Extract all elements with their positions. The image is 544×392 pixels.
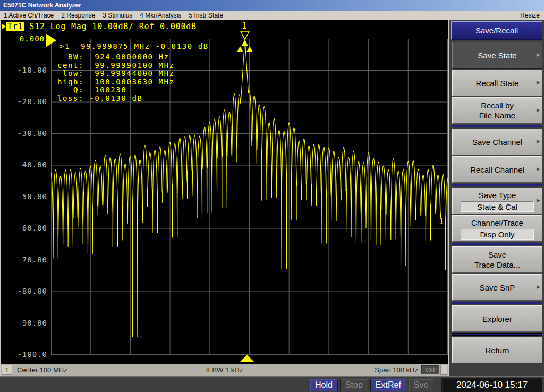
menu-item-2-response[interactable]: 2 Response — [57, 11, 99, 19]
softkey-menu-title: Save/Recall — [451, 21, 542, 40]
softkey-save-snp[interactable]: Save SnP▶ — [452, 274, 542, 301]
datetime-display: 2024-06-10 15:17 — [441, 378, 542, 392]
channel-status-bar: 1 Center 100 MHz IFBW 1 kHz Span 100 kHz… — [1, 364, 448, 376]
reference-level-label: 0.000 — [14, 35, 45, 43]
softkey-label: File Name — [479, 110, 515, 121]
y-axis-label: -40.00 — [14, 160, 47, 169]
softkey-value: Disp Only — [461, 229, 534, 240]
softkey-separator — [452, 184, 542, 186]
softkey-separator — [452, 302, 542, 304]
menu-item-1-active-ch-trace[interactable]: 1 Active Ch/Trace — [0, 11, 57, 19]
menu-bar: Resize 1 Active Ch/Trace2 Response3 Stim… — [0, 11, 544, 20]
softkey-channel-trace[interactable]: Channel/TraceDisp Only — [452, 215, 542, 242]
y-axis-label: -70.00 — [14, 255, 47, 264]
submenu-arrow-icon: ▶ — [537, 52, 540, 57]
softkey-separator — [452, 333, 542, 336]
measurement-format-label: S12 Log Mag 10.00dB/ Ref 0.000dB — [24, 22, 197, 31]
y-axis-label: -20.00 — [14, 97, 47, 106]
softkey-separator — [452, 125, 542, 127]
softkey-save-type[interactable]: Save TypeState & Cal▶ — [452, 188, 542, 214]
bandwidth-info: BW: 924.0000000 Hz cent: 99.99990100 MHz… — [57, 53, 175, 103]
submenu-arrow-icon: ▶ — [537, 284, 540, 289]
title-bar: E5071C Network Analyzer — [0, 0, 544, 11]
softkey-panel: Save/Recall Save State▶Recall State▶Reca… — [449, 20, 544, 377]
softkey-label: Save — [488, 250, 506, 260]
app-window: E5071C Network Analyzer Resize 1 Active … — [0, 0, 544, 392]
trace-header: Tr1 S12 Log Mag 10.00dB/ Ref 0.000dB — [2, 22, 197, 31]
marker-number-label: 1 — [242, 21, 246, 31]
y-axis-label: -60.00 — [14, 224, 47, 232]
softkey-recall-channel[interactable]: Recall Channel▶ — [452, 156, 542, 183]
off-indicator: Off — [421, 365, 439, 374]
submenu-arrow-icon: ▶ — [537, 166, 540, 172]
y-axis-label: -90.00 — [14, 319, 47, 327]
menu-item-4-mkr-analysis[interactable]: 4 Mkr/Analysis — [136, 11, 185, 19]
submenu-arrow-icon: ▶ — [537, 107, 540, 113]
y-axis-label: -50.00 — [14, 192, 47, 201]
y-axis-label: -10.00 — [14, 66, 47, 74]
softkey-label: Return — [485, 345, 509, 355]
softkey-separator — [452, 243, 542, 245]
softkey-recall-state[interactable]: Recall State▶ — [452, 70, 542, 96]
softkey-return[interactable]: Return — [452, 337, 542, 363]
y-axis-label: -100.0 — [14, 350, 47, 359]
y-axis-label: -80.00 — [14, 287, 47, 295]
active-trace-arrow-icon — [2, 23, 6, 30]
softkey-label: Save Type — [479, 190, 516, 200]
softkey-recall-by[interactable]: Recall byFile Name▶ — [452, 97, 542, 124]
trace-number-right-label: 1 — [439, 217, 444, 226]
submenu-arrow-icon: ▶ — [537, 198, 540, 203]
softkey-label: Recall Channel — [470, 165, 524, 175]
softkey-save[interactable]: SaveTrace Data... — [452, 246, 542, 273]
softkey-save-channel[interactable]: Save Channel▶ — [452, 129, 542, 155]
span-label: Span 100 kHz — [375, 364, 418, 376]
softkey-label: Save State — [478, 50, 516, 61]
submenu-arrow-icon: ▶ — [537, 139, 540, 144]
softkey-label: Save Channel — [472, 137, 522, 147]
softkey-list: Save State▶Recall State▶Recall byFile Na… — [452, 42, 542, 363]
menu-item-5-instr-state[interactable]: 5 Instr State — [185, 11, 227, 19]
submenu-arrow-icon: ▶ — [537, 80, 540, 85]
softkey-explorer[interactable]: Explorer — [452, 305, 542, 332]
status-extref: ExtRef — [370, 379, 406, 391]
trace-selector[interactable]: Tr1 — [6, 22, 24, 31]
channel-bar-grip — [440, 365, 447, 375]
softkey-label: Recall by — [481, 100, 514, 110]
softkey-label: Channel/Trace — [471, 218, 523, 228]
resize-button[interactable]: Resize — [520, 12, 540, 19]
softkey-label: Recall State — [476, 78, 519, 88]
softkey-label: Save SnP — [480, 283, 515, 293]
softkey-label: Explorer — [482, 314, 512, 324]
status-hold: Hold — [310, 379, 338, 391]
softkey-value: State & Cal — [461, 201, 534, 212]
y-axis-label: -30.00 — [14, 129, 47, 138]
softkey-save-state[interactable]: Save State▶ — [452, 42, 542, 69]
status-bar: HoldStopExtRefSvc 2024-06-10 15:17 — [0, 376, 544, 392]
softkey-label: Trace Data... — [474, 260, 520, 270]
menu-item-3-stimulus[interactable]: 3 Stimulus — [99, 11, 136, 19]
marker-readout: >1 99.999875 MHz -0.0130 dB — [60, 42, 209, 50]
status-svc: Svc — [409, 379, 434, 391]
status-stop: Stop — [340, 379, 368, 391]
status-indicators: HoldStopExtRefSvc — [310, 379, 434, 391]
window-title: E5071C Network Analyzer — [3, 2, 81, 9]
